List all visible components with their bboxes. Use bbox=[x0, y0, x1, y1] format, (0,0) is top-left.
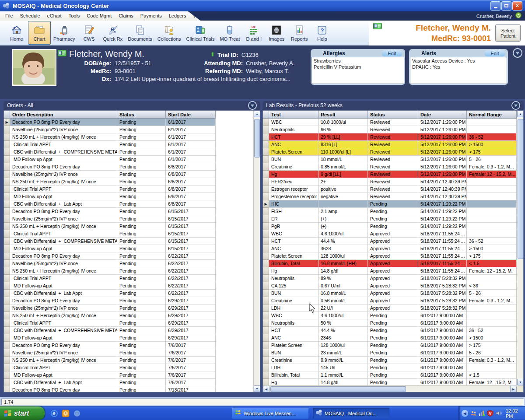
toolbar-chart-button[interactable]: Chart bbox=[28, 21, 51, 45]
row-selector[interactable] bbox=[263, 304, 269, 312]
row-selector[interactable] bbox=[4, 371, 10, 379]
table-row[interactable]: MD Follow-up ApptPending6/15/2017 bbox=[4, 245, 216, 252]
scroll-thumb[interactable] bbox=[254, 119, 260, 158]
row-selector[interactable] bbox=[263, 141, 269, 148]
row-selector[interactable] bbox=[263, 312, 269, 319]
toolbar-collections-button[interactable]: Collections bbox=[155, 21, 184, 45]
table-row[interactable]: ANC8316 [L]Reviewed5/12/2017 1:26:00 PM>… bbox=[263, 141, 517, 148]
table-row[interactable]: Decadron PO 8mg PO Every dayPending7/6/2… bbox=[4, 342, 216, 349]
row-selector[interactable] bbox=[4, 238, 10, 245]
row-selector[interactable] bbox=[263, 267, 269, 275]
id-card-icon[interactable] bbox=[58, 50, 66, 58]
row-selector[interactable] bbox=[263, 208, 269, 215]
table-row[interactable]: Bilirubin, Total1.1 mmol/LPending6/1/201… bbox=[263, 371, 517, 379]
table-row[interactable]: NS 250 mL + Herceptin (2mg/kg) IV oncePe… bbox=[4, 223, 216, 230]
row-selector[interactable] bbox=[4, 349, 10, 357]
ql-blue-icon[interactable] bbox=[73, 410, 81, 417]
ie-icon[interactable]: e bbox=[50, 410, 58, 417]
row-selector[interactable] bbox=[4, 379, 10, 386]
table-row[interactable]: Navelbine (25mg/m*2) IVP oncePending6/15… bbox=[4, 215, 216, 223]
row-selector[interactable] bbox=[263, 133, 269, 141]
table-row[interactable]: Clinical Trial APPTPending6/1/2017 bbox=[4, 141, 216, 148]
labs-expand-arrow-button[interactable] bbox=[511, 101, 521, 111]
menu-code-mgmt[interactable]: Code Mgmt bbox=[83, 11, 115, 21]
table-row[interactable]: HER2/neu2+Reviewed5/14/2017 12:40:39 PM bbox=[263, 178, 517, 186]
row-selector[interactable] bbox=[263, 119, 269, 126]
toolbar-mo-treat-button[interactable]: MO Treat bbox=[217, 21, 242, 45]
row-selector[interactable] bbox=[4, 245, 10, 252]
menu-ledgers[interactable]: Ledgers bbox=[165, 11, 190, 21]
toolbar-reports-button[interactable]: Reports bbox=[288, 21, 311, 45]
table-row[interactable]: HCT44.4 %Approved5/18/2017 11:55:24 ...3… bbox=[263, 238, 517, 245]
table-row[interactable]: Decadron PO 8mg PO Every dayPending6/8/2… bbox=[4, 163, 216, 171]
table-row[interactable]: Clinical Trial APPTPending6/15/2017 bbox=[4, 230, 216, 238]
row-selector[interactable] bbox=[4, 141, 10, 148]
table-row[interactable]: ANC2346Pending6/1/2017 9:00:00 AM> 1500 bbox=[263, 334, 517, 342]
maximize-button[interactable] bbox=[501, 1, 511, 10]
table-row[interactable]: BUN18 mmol/LReviewed5/12/2017 1:26:00 PM… bbox=[263, 156, 517, 163]
scroll-left-button[interactable]: ◀ bbox=[263, 386, 270, 392]
table-row[interactable]: Neutrophils50 %Pending6/1/2017 9:00:00 A… bbox=[263, 319, 517, 327]
table-row[interactable]: Creatinine0.85 mmol/LReviewed5/12/2017 1… bbox=[263, 163, 517, 171]
table-row[interactable]: Hg14.8 g/dlApproved5/18/2017 11:55:24 ..… bbox=[263, 267, 517, 275]
menu-echart[interactable]: eChart bbox=[44, 11, 65, 21]
table-row[interactable]: Hg9 g/dl [LL]Reviewed5/12/2017 1:26:00 P… bbox=[263, 171, 517, 178]
row-selector[interactable] bbox=[263, 126, 269, 133]
row-selector[interactable] bbox=[263, 364, 269, 371]
logout-power-icon[interactable] bbox=[515, 12, 522, 20]
table-row[interactable]: LDH145 U/lPending6/1/2017 9:00:00 AM bbox=[263, 364, 517, 371]
row-selector[interactable] bbox=[263, 223, 269, 230]
row-selector[interactable] bbox=[4, 267, 10, 275]
table-row[interactable]: MD Follow-up ApptPending6/22/2017 bbox=[4, 282, 216, 290]
table-row[interactable]: Decadron PO 8mg PO Every dayPending6/22/… bbox=[4, 252, 216, 260]
table-row[interactable]: CBC with Differential + COMPREHENSIVE ME… bbox=[4, 327, 216, 334]
row-selector[interactable] bbox=[4, 386, 10, 392]
table-row[interactable]: LDH22 U/lApproved5/18/2017 5:28:32 PM bbox=[263, 304, 517, 312]
table-row[interactable]: MD Follow-up ApptPending6/8/2017 bbox=[4, 193, 216, 200]
scroll-thumb[interactable] bbox=[270, 386, 406, 392]
row-selector[interactable] bbox=[263, 319, 269, 327]
row-selector[interactable] bbox=[4, 156, 10, 163]
table-row[interactable]: Progesterone receptornegativeReviewed5/1… bbox=[263, 193, 517, 200]
antivirus-icon[interactable]: V bbox=[487, 410, 494, 416]
row-selector[interactable] bbox=[263, 342, 269, 349]
row-selector[interactable] bbox=[263, 156, 269, 163]
banner-expand-arrow-button[interactable] bbox=[513, 48, 522, 58]
table-row[interactable]: Platelet Screen110 1000/ul [L]Reviewed5/… bbox=[263, 148, 517, 156]
taskbar-task-windows-live-messen[interactable]: Windows Live Messen... bbox=[232, 408, 308, 419]
table-row[interactable]: Clinical Trial APPTPending6/29/2017 bbox=[4, 319, 216, 327]
row-selector[interactable] bbox=[263, 171, 269, 178]
minimize-button[interactable] bbox=[490, 1, 500, 10]
row-selector[interactable] bbox=[263, 334, 269, 342]
row-selector[interactable] bbox=[4, 342, 10, 349]
column-header-test[interactable]: Test bbox=[269, 111, 318, 119]
toolbar-home-button[interactable]: Home bbox=[5, 21, 28, 45]
row-selector[interactable] bbox=[4, 215, 10, 223]
row-selector[interactable] bbox=[4, 193, 10, 200]
toolbar-cws-button[interactable]: CWS bbox=[78, 21, 101, 45]
table-row[interactable]: ER(+)Pending5/14/2017 1:29:22 PM bbox=[263, 215, 517, 223]
table-row[interactable]: Creatinine0.56 mmol/LApproved5/18/2017 5… bbox=[263, 297, 517, 304]
scroll-down-button[interactable]: ▼ bbox=[517, 379, 524, 385]
toolbar-images-button[interactable]: Images bbox=[265, 21, 288, 45]
table-row[interactable]: NS 250 mL + Herceptin (2mg/kg) IV oncePe… bbox=[4, 178, 216, 186]
scroll-right-button[interactable]: ▶ bbox=[510, 386, 517, 392]
table-row[interactable]: Decadron PO 8mg PO Every dayPending6/29/… bbox=[4, 297, 216, 304]
table-row[interactable]: CBC with Differential + COMPREHENSIVE ME… bbox=[4, 148, 216, 156]
row-selector[interactable] bbox=[263, 327, 269, 334]
allergies-edit-button[interactable]: Edit bbox=[382, 50, 402, 56]
row-selector[interactable] bbox=[263, 163, 269, 171]
table-row[interactable]: Navelbine (25mg/m*2) IVP oncePending6/8/… bbox=[4, 171, 216, 178]
table-row[interactable]: Clinical Trial APPTPending6/8/2017 bbox=[4, 186, 216, 193]
ql-orange-icon[interactable] bbox=[62, 410, 70, 417]
alerts-edit-button[interactable]: Edit bbox=[484, 50, 505, 56]
column-header-start-date[interactable]: Start Date▲ bbox=[166, 111, 216, 119]
table-row[interactable]: WBC4.6 1000/ulPending6/1/2017 9:00:00 AM bbox=[263, 312, 517, 319]
row-selector[interactable] bbox=[4, 364, 10, 371]
taskbar-task-mosaiq-medical-on[interactable]: MOSAIQ - Medical On... bbox=[313, 408, 389, 419]
menu-claims[interactable]: Claims bbox=[115, 11, 137, 21]
row-selector[interactable]: ▶ bbox=[263, 200, 269, 208]
column-header-status[interactable]: Status bbox=[117, 111, 166, 119]
table-row[interactable]: HCT29 % [LL]Reviewed5/12/2017 1:26:00 PM… bbox=[263, 133, 517, 141]
table-row[interactable]: Decadron PO 8mg PO Every dayPending6/15/… bbox=[4, 208, 216, 215]
